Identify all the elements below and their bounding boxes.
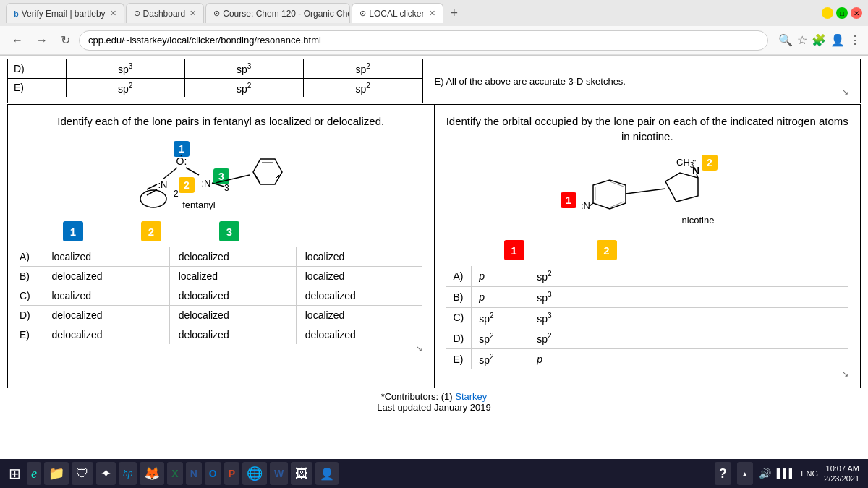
svg-line-26 [626, 189, 665, 194]
browser-action-buttons: 🔍 ☆ 🧩 👤 ⋮ [778, 33, 861, 47]
svg-text:3: 3 [218, 171, 224, 182]
address-bar[interactable] [79, 30, 768, 51]
badge-1-row: 1 [63, 221, 83, 241]
badge-3-row: 3 [219, 221, 239, 241]
close-button[interactable]: ✕ [851, 7, 862, 19]
tab-1[interactable]: b Verify Email | bartleby ✕ [6, 3, 124, 23]
clock-time: 10:07 AM [824, 463, 859, 474]
main-question-row: Identify each of the lone pairs in fenta… [7, 104, 861, 388]
tab-2-close[interactable]: ✕ [190, 9, 196, 18]
taskbar-word[interactable]: N [186, 462, 202, 485]
tab-bar: b Verify Email | bartleby ✕ ⊙ Dashboard … [0, 0, 868, 26]
svg-line-3 [186, 168, 199, 175]
svg-line-6 [147, 184, 157, 189]
svg-text:N: N [692, 165, 699, 176]
taskbar-outlook[interactable]: O [205, 462, 221, 485]
taskbar-firefox[interactable]: 🦊 [140, 462, 164, 485]
right-b-c2: sp3 [529, 286, 848, 307]
right-answer-table: A) p sp2 B) p sp3 C) sp2 sp3 D) sp2 [446, 266, 849, 369]
left-d-c1: delocalized [43, 306, 169, 325]
nicotine-molecule: CH3 ·· 2 N 1 :N [446, 153, 849, 228]
tab-4-close[interactable]: ✕ [429, 9, 435, 18]
browser-chrome: b Verify Email | bartleby ✕ ⊙ Dashboard … [0, 0, 868, 56]
taskbar-chevron[interactable]: ▲ [737, 462, 753, 485]
fentanyl-svg: 1 Ö: 2 :N 3 [119, 137, 322, 210]
left-e-c1: delocalized [43, 325, 169, 345]
page-footer: *Contributors: (1) Starkey Last updated … [7, 388, 861, 416]
left-question-title: Identify each of the lone pairs in fenta… [20, 114, 422, 129]
new-tab-button[interactable]: + [445, 6, 464, 21]
left-arrow-bottom: ↘ [20, 344, 422, 354]
tab-4[interactable]: ⊙ LOCAL clicker ✕ [352, 3, 443, 23]
svg-text:Ö:: Ö: [176, 155, 187, 167]
tab-2[interactable]: ⊙ Dashboard ✕ [126, 3, 205, 23]
taskbar-star[interactable]: ✦ [96, 462, 116, 485]
svg-line-2 [163, 168, 177, 179]
sp-row-d-c2: sp3 [184, 59, 303, 78]
arrow-top-right: ↘ [842, 87, 848, 97]
right-answer-row-b: B) p sp3 [446, 286, 848, 307]
right-d-c2: sp2 [529, 328, 848, 349]
tab-4-icon: ⊙ [359, 9, 366, 18]
sp-row-e-c2: sp2 [184, 78, 303, 97]
back-button[interactable]: ← [7, 33, 27, 48]
left-e-c2: delocalized [169, 325, 296, 345]
nicotine-label: nicotine [681, 215, 714, 226]
tab-1-close[interactable]: ✕ [110, 9, 116, 18]
svg-text:3: 3 [224, 183, 229, 193]
right-answer-row-d: D) sp2 sp2 [446, 328, 848, 349]
svg-text:1: 1 [566, 194, 571, 206]
minimize-button[interactable]: — [822, 7, 833, 19]
sp-row-e-c3: sp2 [303, 78, 422, 97]
right-c-letter: C) [446, 307, 472, 328]
reload-button[interactable]: ↻ [56, 32, 75, 48]
forward-button[interactable]: → [32, 33, 52, 48]
right-a-c2: sp2 [529, 266, 848, 286]
taskbar-hp[interactable]: hp [119, 462, 137, 485]
taskbar-user[interactable]: 👤 [315, 462, 339, 485]
signal-icon: ▌▌▌ [777, 468, 796, 479]
maximize-button[interactable]: □ [836, 7, 848, 19]
start-button[interactable]: ⊞ [3, 465, 27, 482]
taskbar-clock: 10:07 AM 2/23/2021 [824, 463, 859, 484]
taskbar-chrome[interactable]: 🌐 [242, 462, 267, 485]
left-d-c3: localized [296, 306, 422, 325]
taskbar-file-explorer[interactable]: 📁 [44, 462, 69, 485]
language-label: ENG [801, 469, 818, 478]
starkey-link[interactable]: Starkey [455, 391, 487, 402]
browser-controls: ← → ↻ 🔍 ☆ 🧩 👤 ⋮ [0, 26, 868, 55]
sp-note: E) All of the above are accurate 3-D ske… [435, 76, 626, 87]
search-button[interactable]: 🔍 [778, 33, 793, 47]
profile-button[interactable]: 👤 [830, 33, 845, 47]
taskbar-excel[interactable]: X [167, 462, 182, 485]
left-b-c2: localized [169, 267, 296, 286]
taskbar-word2[interactable]: W [270, 462, 288, 485]
tab-3[interactable]: ⊙ Course: Chem 120 - Organic Che... ✕ [205, 3, 350, 23]
right-a-letter: A) [446, 266, 472, 286]
svg-text:2: 2 [707, 157, 712, 168]
right-b-letter: B) [446, 286, 472, 307]
taskbar-powerpoint[interactable]: P [224, 462, 239, 485]
bookmark-button[interactable]: ☆ [797, 33, 807, 47]
extensions-button[interactable]: 🧩 [812, 33, 826, 47]
taskbar-photos[interactable]: 🖼 [291, 462, 312, 485]
badge-2-nicotine-row: 2 [597, 240, 617, 260]
taskbar-help[interactable]: ? [715, 462, 731, 485]
n1-label: :N [581, 200, 590, 211]
left-a-letter: A) [20, 247, 43, 267]
taskbar: ⊞ e 📁 🛡 ✦ hp 🦊 X N O P 🌐 W 🖼 👤 ? ▲ 🔊 ▌▌▌… [0, 459, 868, 488]
badge-2-row: 2 [141, 221, 161, 241]
sp-row-d-c3: sp2 [303, 59, 422, 78]
tab-3-icon: ⊙ [213, 9, 220, 18]
left-d-letter: D) [20, 306, 43, 325]
right-answer-row-a: A) p sp2 [446, 266, 848, 286]
menu-button[interactable]: ⋮ [849, 33, 861, 47]
svg-text:2: 2 [174, 189, 179, 199]
fentanyl-molecule: 1 Ö: 2 :N 3 [20, 137, 422, 210]
taskbar-security[interactable]: 🛡 [72, 462, 93, 485]
taskbar-ie[interactable]: e [27, 462, 41, 485]
sp-row-e-c1: sp2 [66, 78, 184, 97]
left-question: Identify each of the lone pairs in fenta… [8, 105, 435, 387]
cyclopentyl-ring [140, 190, 166, 207]
svg-line-14 [255, 174, 259, 181]
